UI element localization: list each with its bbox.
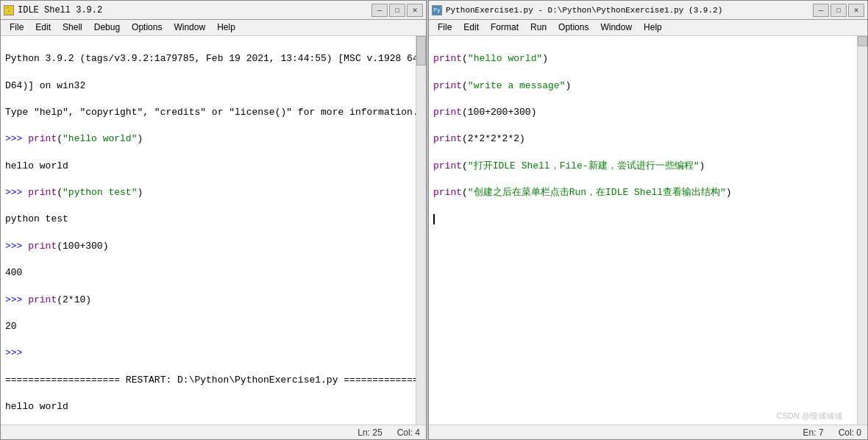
status-info-right: En: 7 Col: 0 (803, 427, 861, 438)
editor-wrapper-right: print("hello world") print("write a mess… (429, 36, 867, 425)
menu-format-right[interactable]: Format (485, 21, 524, 34)
menu-file-right[interactable]: File (432, 21, 458, 34)
menu-file-left[interactable]: File (4, 21, 29, 34)
idle-shell-window: 🐍 IDLE Shell 3.9.2 — ☐ ✕ File Edit Shell… (0, 0, 427, 440)
menu-shell-left[interactable]: Shell (57, 21, 88, 34)
python-icon: Py (432, 5, 442, 15)
maximize-btn-right[interactable]: ☐ (830, 4, 847, 17)
menu-run-right[interactable]: Run (524, 21, 552, 34)
scrollbar-left[interactable] (416, 36, 426, 425)
col-status-right: Col: 0 (839, 427, 861, 438)
menu-options-left[interactable]: Options (126, 21, 168, 34)
close-btn-right[interactable]: ✕ (848, 4, 864, 17)
shell-line-2: D64)] on win32 (5, 79, 411, 93)
menu-help-left[interactable]: Help (211, 21, 241, 34)
code-content-right[interactable]: print("hello world") print("write a mess… (429, 36, 857, 425)
shell-line-1: Python 3.9.2 (tags/v3.9.2:1a79785, Feb 1… (5, 52, 411, 65)
window-controls-left: — ☐ ✕ (371, 4, 423, 17)
shell-line-8: >>> print(100+300) (5, 240, 411, 253)
code-line-6: print("创建之后在菜单栏点击Run，在IDLE Shell查看输出结构") (433, 186, 853, 199)
window-controls-right: — ☐ ✕ (813, 4, 864, 17)
menu-help-right[interactable]: Help (638, 21, 668, 34)
shell-output[interactable]: Python 3.9.2 (tags/v3.9.2:1a79785, Feb 1… (1, 36, 416, 425)
shell-content[interactable]: Python 3.9.2 (tags/v3.9.2:1a79785, Feb 1… (1, 36, 416, 425)
title-bar-right-content: Py PythonExercise1.py - D:\Python\Python… (432, 5, 722, 15)
code-line-5: print("打开IDLE Shell，File-新建，尝试进行一些编程") (433, 160, 853, 173)
shell-separator-1: ==================== RESTART: D:\Python\… (5, 374, 411, 387)
window-title-left: IDLE Shell 3.9.2 (18, 5, 102, 15)
maximize-btn-left[interactable]: ☐ (389, 4, 405, 17)
minimize-btn-left[interactable]: — (371, 4, 388, 17)
minimize-btn-right[interactable]: — (813, 4, 829, 17)
python-editor-window: Py PythonExercise1.py - D:\Python\Python… (428, 0, 868, 440)
shell-output-1: hello world (5, 400, 411, 414)
title-bar-left: 🐍 IDLE Shell 3.9.2 — ☐ ✕ (1, 1, 426, 20)
code-line-4: print(2*2*2*2*2) (433, 132, 853, 146)
watermark: CSDN @慢城城城 (777, 411, 842, 422)
title-bar-left-content: 🐍 IDLE Shell 3.9.2 (4, 5, 102, 15)
menu-window-left[interactable]: Window (168, 21, 211, 34)
menu-edit-right[interactable]: Edit (458, 21, 485, 34)
code-line-3: print(100+200+300) (433, 106, 853, 119)
menu-bar-right: File Edit Format Run Options Window Help (429, 20, 867, 36)
shell-line-11: 20 (5, 320, 411, 333)
menu-edit-left[interactable]: Edit (29, 21, 57, 34)
ln-status-right: En: 7 (803, 427, 824, 438)
menu-debug-left[interactable]: Debug (88, 21, 126, 34)
idle-icon: 🐍 (4, 5, 14, 15)
code-line-1: print("hello world") (433, 52, 853, 65)
scrollbar-right[interactable] (857, 36, 867, 425)
code-editor[interactable]: print("hello world") print("write a mess… (429, 36, 857, 425)
ln-status-left: Ln: 25 (357, 427, 382, 438)
shell-line-10: >>> print(2*10) (5, 294, 411, 307)
code-line-2: print("write a message") (433, 79, 853, 93)
status-info-left: Ln: 25 Col: 4 (357, 427, 420, 438)
editor-wrapper-left: Python 3.9.2 (tags/v3.9.2:1a79785, Feb 1… (1, 36, 426, 425)
shell-line-4: >>> print("hello world") (5, 132, 411, 146)
shell-line-7: python test (5, 213, 411, 226)
status-bar-left: Ln: 25 Col: 4 (1, 425, 426, 439)
close-btn-left[interactable]: ✕ (407, 4, 423, 17)
window-title-right: PythonExercise1.py - D:\Python\PythonExe… (446, 6, 722, 15)
col-status-left: Col: 4 (397, 427, 420, 438)
status-bar-right: En: 7 Col: 0 (429, 425, 867, 439)
title-bar-right: Py PythonExercise1.py - D:\Python\Python… (429, 1, 867, 20)
shell-line-5: hello world (5, 160, 411, 173)
shell-line-6: >>> print("python test") (5, 186, 411, 199)
shell-line-12: >>> (5, 347, 411, 360)
menu-window-right[interactable]: Window (594, 21, 638, 34)
menu-bar-left: File Edit Shell Debug Options Window Hel… (1, 20, 426, 36)
shell-line-9: 400 (5, 266, 411, 280)
menu-options-right[interactable]: Options (552, 21, 594, 34)
code-line-7 (433, 213, 853, 226)
shell-line-3: Type "help", "copyright", "credits" or "… (5, 106, 411, 119)
